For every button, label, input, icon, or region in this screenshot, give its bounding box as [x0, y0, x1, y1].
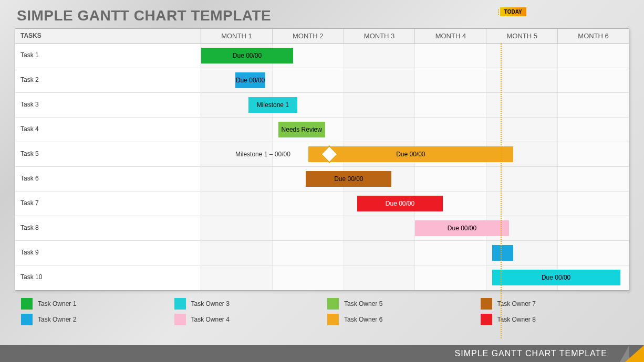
gantt-bar[interactable]: Due 00/00: [306, 171, 391, 187]
legend-item: Task Owner 7: [481, 298, 624, 310]
legend-label: Task Owner 7: [497, 300, 536, 307]
footer-text: SIMPLE GANTT CHART TEMPLATE: [455, 349, 607, 358]
task-name-cell: Task 6: [15, 167, 201, 191]
task-row: Task 8: [15, 216, 629, 241]
legend-label: Task Owner 2: [38, 316, 76, 323]
legend-item: Task Owner 2: [21, 314, 164, 325]
legend-item: Task Owner 1: [21, 298, 164, 310]
task-name-cell: Task 5: [15, 142, 201, 166]
task-name-cell: Task 10: [15, 265, 201, 290]
legend-swatch: [21, 314, 33, 325]
footer-bar: SIMPLE GANTT CHART TEMPLATE: [0, 345, 644, 362]
task-row: Task 9: [15, 241, 629, 265]
page-title: SIMPLE GANTT CHART TEMPLATE: [0, 0, 644, 28]
task-row: Task 2: [15, 68, 629, 93]
task-name-cell: Task 2: [15, 68, 201, 92]
legend-item: Task Owner 6: [327, 314, 470, 325]
month-header-5: MONTH 5: [486, 29, 558, 43]
task-name-cell: Task 1: [15, 44, 201, 68]
legend-item: Task Owner 4: [174, 314, 317, 325]
legend-swatch: [21, 298, 33, 310]
today-line: [501, 44, 502, 338]
legend-label: Task Owner 4: [191, 316, 230, 323]
legend-label: Task Owner 6: [344, 316, 382, 323]
legend-swatch: [481, 298, 492, 310]
gantt-chart: TASKS MONTH 1MONTH 2MONTH 3MONTH 4MONTH …: [15, 28, 629, 291]
gantt-bar[interactable]: Needs Review: [278, 122, 326, 137]
legend-swatch: [174, 314, 186, 325]
task-row: Task 3: [15, 93, 629, 118]
task-row: Task 7: [15, 191, 629, 216]
gantt-bar[interactable]: Due 00/00: [235, 72, 265, 88]
tasks-column-header: TASKS: [15, 29, 201, 43]
task-name-cell: Task 8: [15, 216, 201, 240]
header-row: TASKS MONTH 1MONTH 2MONTH 3MONTH 4MONTH …: [15, 29, 629, 44]
legend-label: Task Owner 1: [38, 300, 76, 307]
legend-label: Task Owner 3: [191, 300, 230, 307]
legend-item: Task Owner 8: [481, 314, 624, 325]
legend-item: Task Owner 5: [327, 298, 470, 310]
task-name-cell: Task 9: [15, 241, 201, 265]
task-name-cell: Task 7: [15, 191, 201, 216]
task-row: Task 1: [15, 44, 629, 68]
legend-swatch: [327, 314, 339, 325]
month-header-3: MONTH 3: [344, 29, 416, 43]
legend-item: Task Owner 3: [174, 298, 317, 310]
month-header-6: MONTH 6: [558, 29, 629, 43]
task-name-cell: Task 4: [15, 118, 201, 142]
gantt-bar[interactable]: [492, 245, 514, 261]
milestone-label: Milestone 1 – 00/00: [235, 151, 290, 158]
gantt-bar[interactable]: Due 00/00: [492, 270, 620, 285]
gantt-bar[interactable]: Due 00/00: [201, 48, 293, 63]
legend-swatch: [327, 298, 339, 310]
legend-label: Task Owner 5: [344, 300, 382, 307]
gantt-bar[interactable]: Due 00/00: [357, 196, 443, 211]
legend-swatch: [174, 298, 186, 310]
today-marker-badge: TODAY: [498, 7, 526, 16]
gantt-bar[interactable]: Due 00/00: [308, 146, 514, 162]
month-header-1: MONTH 1: [201, 29, 273, 43]
gantt-bar[interactable]: Due 00/00: [415, 220, 509, 236]
legend-label: Task Owner 8: [497, 316, 536, 323]
legend: Task Owner 1Task Owner 3Task Owner 5Task…: [21, 298, 623, 325]
task-name-cell: Task 3: [15, 93, 201, 117]
month-header-4: MONTH 4: [415, 29, 486, 43]
gantt-bar[interactable]: Milestone 1: [248, 97, 298, 113]
today-label: TODAY: [500, 7, 526, 16]
legend-swatch: [481, 314, 492, 325]
month-header-2: MONTH 2: [273, 29, 344, 43]
